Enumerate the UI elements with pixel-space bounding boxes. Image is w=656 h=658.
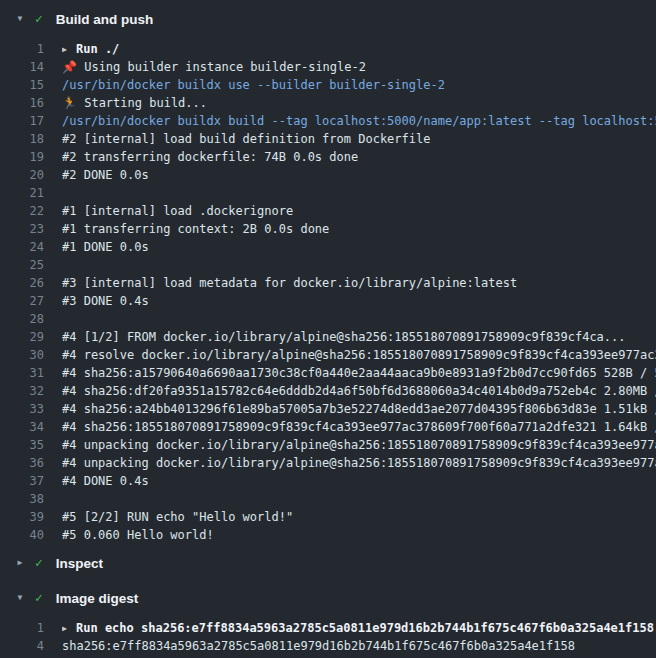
line-number[interactable]: 36 xyxy=(0,454,44,472)
section-header-image-digest[interactable]: ▼✓Image digest xyxy=(0,587,656,609)
line-number[interactable]: 1 xyxy=(0,40,44,58)
line-number[interactable]: 34 xyxy=(0,418,44,436)
log-text: #5 0.060 Hello world! xyxy=(62,528,214,542)
line-number[interactable]: 1 xyxy=(0,619,44,637)
line-number[interactable]: 28 xyxy=(0,310,44,328)
log-line: 31#4 sha256:a15790640a6690aa1730c38cf0a4… xyxy=(0,364,656,382)
log-text: #2 transferring dockerfile: 74B 0.0s don… xyxy=(62,150,358,164)
line-number[interactable]: 29 xyxy=(0,328,44,346)
line-number[interactable]: 16 xyxy=(0,94,44,112)
line-number[interactable]: 14 xyxy=(0,58,44,76)
log-text: #1 [internal] load .dockerignore xyxy=(62,204,293,218)
log-line-text: #4 unpacking docker.io/library/alpine@sh… xyxy=(62,436,656,454)
log-line: 34#4 sha256:185518070891758909c9f839cf4c… xyxy=(0,418,656,436)
section-title: Inspect xyxy=(56,556,103,571)
line-number[interactable]: 31 xyxy=(0,364,44,382)
log-line-text: #5 [2/2] RUN echo "Hello world!" xyxy=(62,508,293,526)
log-line-text: sha256:e7ff8834a5963a2785c5a0811e979d16b… xyxy=(62,637,575,655)
log-line: 17/usr/bin/docker buildx build --tag loc… xyxy=(0,112,656,130)
chevron-right-icon[interactable]: ▶ xyxy=(14,552,26,574)
log-text: #1 DONE 0.0s xyxy=(62,240,149,254)
log-text: #3 DONE 0.4s xyxy=(62,294,149,308)
log-line-text: #3 [internal] load metadata for docker.i… xyxy=(62,274,517,292)
line-number[interactable]: 4 xyxy=(0,637,44,655)
line-number[interactable]: 38 xyxy=(0,490,44,508)
line-number[interactable]: 19 xyxy=(0,148,44,166)
log-text: 🏃 Starting build... xyxy=(62,96,207,110)
log-line-text: /usr/bin/docker buildx use --builder bui… xyxy=(62,76,445,94)
section-header-build-and-push[interactable]: ▼✓Build and push xyxy=(0,8,656,30)
log-line: 36#4 unpacking docker.io/library/alpine@… xyxy=(0,454,656,472)
log-line-text: #4 sha256:a15790640a6690aa1730c38cf0a440… xyxy=(62,364,656,382)
log-line: 15/usr/bin/docker buildx use --builder b… xyxy=(0,76,656,94)
log-line: 26#3 [internal] load metadata for docker… xyxy=(0,274,656,292)
check-icon: ✓ xyxy=(35,587,43,609)
line-number[interactable]: 15 xyxy=(0,76,44,94)
log-line: 27#3 DONE 0.4s xyxy=(0,292,656,310)
log-text: /usr/bin/docker buildx build --tag local… xyxy=(62,114,656,128)
log-line-text: #3 DONE 0.4s xyxy=(62,292,149,310)
log-line-text: #5 0.060 Hello world! xyxy=(62,526,214,544)
log-line: 29#4 [1/2] FROM docker.io/library/alpine… xyxy=(0,328,656,346)
line-number[interactable]: 27 xyxy=(0,292,44,310)
chevron-down-icon[interactable]: ▼ xyxy=(14,587,26,609)
log-text: #4 unpacking docker.io/library/alpine@sh… xyxy=(62,438,656,452)
line-number[interactable]: 24 xyxy=(0,238,44,256)
line-number[interactable]: 22 xyxy=(0,202,44,220)
log-text: #5 [2/2] RUN echo "Hello world!" xyxy=(62,510,293,524)
line-number[interactable]: 33 xyxy=(0,400,44,418)
line-number[interactable]: 32 xyxy=(0,382,44,400)
log-text: Run ./ xyxy=(76,42,119,56)
log-text: #4 sha256:185518070891758909c9f839cf4ca3… xyxy=(62,420,656,434)
log-line: 40#5 0.060 Hello world! xyxy=(0,526,656,544)
log-text: #4 sha256:df20fa9351a15782c64e6dddb2d4a6… xyxy=(62,384,656,398)
line-number[interactable]: 35 xyxy=(0,436,44,454)
line-number[interactable]: 37 xyxy=(0,472,44,490)
log-text: #3 [internal] load metadata for docker.i… xyxy=(62,276,517,290)
section-title: Image digest xyxy=(56,591,139,606)
log-line: 22#1 [internal] load .dockerignore xyxy=(0,202,656,220)
workflow-log: ▼✓Build and push1▶Run ./14📌 Using builde… xyxy=(0,0,656,658)
line-number[interactable]: 20 xyxy=(0,166,44,184)
log-text: Run echo sha256:e7ff8834a5963a2785c5a081… xyxy=(76,621,654,635)
line-number[interactable]: 21 xyxy=(0,184,44,202)
log-line-text[interactable]: ▶Run ./ xyxy=(62,40,119,58)
log-line: 4sha256:e7ff8834a5963a2785c5a0811e979d16… xyxy=(0,637,656,655)
log-line-text: #4 DONE 0.4s xyxy=(62,472,149,490)
log-line-text[interactable]: ▶Run echo sha256:e7ff8834a5963a2785c5a08… xyxy=(62,619,654,637)
line-number[interactable]: 26 xyxy=(0,274,44,292)
log-text: #4 sha256:a24bb4013296f61e89ba57005a7b3e… xyxy=(62,402,656,416)
line-number[interactable]: 25 xyxy=(0,256,44,274)
log-line-text: #1 DONE 0.0s xyxy=(62,238,149,256)
log-line-text: 🏃 Starting build... xyxy=(62,94,207,112)
log-line-text: #1 [internal] load .dockerignore xyxy=(62,202,293,220)
log-line: 16🏃 Starting build... xyxy=(0,94,656,112)
expand-arrow-icon[interactable]: ▶ xyxy=(62,620,76,637)
expand-arrow-icon[interactable]: ▶ xyxy=(62,41,76,58)
log-line-text: #2 [internal] load build definition from… xyxy=(62,130,430,148)
log-line: 38 xyxy=(0,490,656,508)
log-text: 📌 Using builder instance builder-single-… xyxy=(62,60,366,74)
log-line-text: #1 transferring context: 2B 0.0s done xyxy=(62,220,329,238)
log-text: #4 [1/2] FROM docker.io/library/alpine@s… xyxy=(62,330,626,344)
log-line: 24#1 DONE 0.0s xyxy=(0,238,656,256)
line-number[interactable]: 39 xyxy=(0,508,44,526)
log-text: #2 [internal] load build definition from… xyxy=(62,132,430,146)
line-number[interactable]: 30 xyxy=(0,346,44,364)
log-text: #2 DONE 0.0s xyxy=(62,168,149,182)
section-header-inspect[interactable]: ▶✓Inspect xyxy=(0,552,656,574)
line-number[interactable]: 40 xyxy=(0,526,44,544)
log-line-text: #4 sha256:a24bb4013296f61e89ba57005a7b3e… xyxy=(62,400,656,418)
log-text: #4 resolve docker.io/library/alpine@sha2… xyxy=(62,348,656,362)
log-line-text: 📌 Using builder instance builder-single-… xyxy=(62,58,366,76)
line-number[interactable]: 17 xyxy=(0,112,44,130)
log-line: 30#4 resolve docker.io/library/alpine@sh… xyxy=(0,346,656,364)
chevron-down-icon[interactable]: ▼ xyxy=(14,8,26,30)
log-line: 1▶Run echo sha256:e7ff8834a5963a2785c5a0… xyxy=(0,619,656,637)
log-text: #4 DONE 0.4s xyxy=(62,474,149,488)
log-line: 23#1 transferring context: 2B 0.0s done xyxy=(0,220,656,238)
log-line: 28 xyxy=(0,310,656,328)
line-number[interactable]: 23 xyxy=(0,220,44,238)
line-number[interactable]: 18 xyxy=(0,130,44,148)
log-line-text: #2 transferring dockerfile: 74B 0.0s don… xyxy=(62,148,358,166)
